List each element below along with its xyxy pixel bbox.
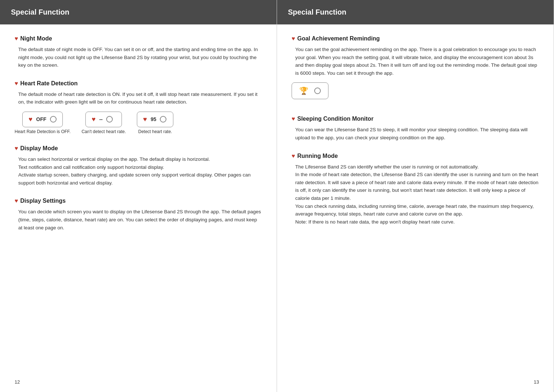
section-sleeping: ♥ Sleeping Condition Monitor You can wea… (292, 116, 539, 141)
running-label: Running Mode (297, 153, 338, 159)
running-title: ♥ Running Mode (292, 153, 539, 159)
hr-value-dash: -- (99, 116, 103, 122)
sleeping-title: ♥ Sleeping Condition Monitor (292, 116, 539, 122)
left-page: Special Function ♥ Night Mode The defaul… (0, 0, 277, 392)
right-content: ♥ Goal Achievement Reminding You can set… (277, 32, 554, 251)
heart-icon-goal: ♥ (292, 35, 295, 42)
goal-title: ♥ Goal Achievement Reminding (292, 35, 539, 42)
left-content: ♥ Night Mode The default state of night … (0, 32, 277, 257)
display-mode-title: ♥ Display Mode (15, 145, 262, 152)
hr-value-off: OFF (36, 116, 46, 122)
left-page-number: 12 (15, 379, 20, 385)
heart-icon-ds: ♥ (15, 198, 18, 204)
night-mode-label: Night Mode (20, 35, 52, 42)
heart-icon-box1: ♥ (28, 116, 32, 123)
goal-icon-box: 🏆 (292, 82, 328, 99)
heart-rate-body: The default mode of heart rate detection… (15, 90, 262, 106)
display-mode-body: You can select horizontal or vertical di… (15, 155, 262, 187)
section-running: ♥ Running Mode The Lifesense Band 2S can… (292, 153, 539, 226)
hr-value-95: 95 (151, 116, 157, 122)
hr-label-95: Detect heart rate. (138, 129, 172, 134)
hr-diagram-95: ♥ 95 Detect heart rate. (137, 112, 173, 134)
display-settings-body: You can decide which screen you want to … (15, 208, 262, 232)
heart-icon-sleep: ♥ (292, 116, 295, 122)
sleeping-label: Sleeping Condition Monitor (297, 116, 374, 122)
display-settings-title: ♥ Display Settings (15, 198, 262, 204)
trophy-icon: 🏆 (299, 86, 308, 95)
right-page: Special Function ♥ Goal Achievement Remi… (277, 0, 554, 392)
goal-circle (314, 88, 321, 94)
section-night-mode: ♥ Night Mode The default state of night … (15, 35, 262, 69)
hr-circle-dash (106, 116, 113, 123)
hr-diagrams: ♥ OFF Heart Rate Detection is OFF. ♥ -- … (15, 112, 262, 134)
heart-icon-box3: ♥ (143, 116, 147, 123)
hr-label-dash: Can't detect heart rate. (81, 129, 126, 134)
left-header: Special Function (0, 0, 277, 24)
hr-diagram-off: ♥ OFF Heart Rate Detection is OFF. (15, 112, 70, 134)
goal-body: You can set the goal achievement remindi… (292, 46, 539, 77)
heart-icon-hr: ♥ (15, 80, 18, 87)
section-display-mode: ♥ Display Mode You can select horizontal… (15, 145, 262, 187)
hr-box-off: ♥ OFF (22, 112, 63, 127)
right-page-number: 13 (534, 379, 539, 385)
sleeping-body: You can wear the Lifesense Band 2S to sl… (292, 126, 539, 141)
hr-label-off: Heart Rate Detection is OFF. (15, 129, 70, 134)
running-body: The Lifesense Band 2S can identify wheth… (292, 163, 539, 226)
hr-diagram-dash: ♥ -- Can't detect heart rate. (81, 112, 126, 134)
section-display-settings: ♥ Display Settings You can decide which … (15, 198, 262, 232)
section-heart-rate: ♥ Heart Rate Detection The default mode … (15, 80, 262, 134)
heart-icon-run: ♥ (292, 153, 295, 159)
night-mode-body: The default state of night mode is OFF. … (15, 46, 262, 69)
goal-label: Goal Achievement Reminding (297, 35, 380, 42)
heart-icon-night: ♥ (15, 35, 18, 42)
display-settings-label: Display Settings (20, 198, 66, 204)
heart-rate-label: Heart Rate Detection (20, 80, 78, 87)
hr-circle-95 (160, 116, 166, 123)
hr-box-dash: ♥ -- (85, 112, 122, 127)
right-header: Special Function (277, 0, 554, 24)
night-mode-title: ♥ Night Mode (15, 35, 262, 42)
heart-rate-title: ♥ Heart Rate Detection (15, 80, 262, 87)
heart-icon-dm: ♥ (15, 145, 18, 152)
heart-icon-box2: ♥ (92, 116, 96, 123)
section-goal: ♥ Goal Achievement Reminding You can set… (292, 35, 539, 105)
hr-circle-off (50, 116, 57, 123)
display-mode-label: Display Mode (20, 145, 58, 152)
hr-box-95: ♥ 95 (137, 112, 173, 127)
